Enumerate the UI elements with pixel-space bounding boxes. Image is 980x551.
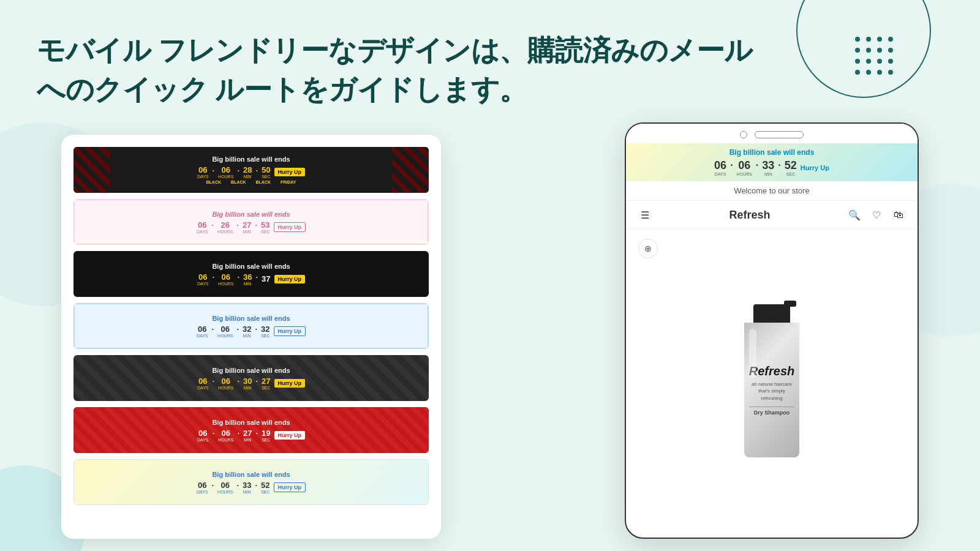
phone-mockup: Big billion sale will ends 06 DAYS · 06 … — [625, 122, 919, 539]
cart-icon[interactable]: 🛍 — [892, 208, 905, 222]
phone-banner-timer: 06 DAYS · 06 HOURS · 33 MIN · 52 — [633, 159, 910, 176]
banner-5-title: Big billion sale will ends — [212, 367, 290, 374]
product-can: Refresh all natural haircarethat's simpl… — [735, 304, 809, 463]
banner-6-title: Big billion sale will ends — [212, 419, 290, 426]
banner-6[interactable]: Big billion sale will ends 06DAYS · 06HO… — [74, 407, 429, 453]
zoom-button[interactable]: ⊕ — [638, 239, 658, 258]
phone-camera — [740, 131, 747, 138]
banner-1[interactable]: Big billion sale will ends 06DAYS · 06HO… — [74, 147, 429, 193]
phone-banner-title: Big billion sale will ends — [633, 148, 910, 157]
phone-welcome: Welcome to our store — [626, 181, 918, 201]
dot-grid — [855, 37, 894, 76]
phone-frame: Big billion sale will ends 06 DAYS · 06 … — [625, 122, 919, 539]
phone-speaker — [755, 131, 804, 138]
can-body: Refresh all natural haircarethat's simpl… — [744, 323, 799, 457]
banner-4[interactable]: Big billion sale will ends 06DAYS · 06HO… — [74, 303, 429, 349]
banner-5[interactable]: Big billion sale will ends 06DAYS · 06HO… — [74, 355, 429, 401]
can-shine — [749, 329, 756, 378]
header-section: モバイル フレンドリーなデザインは、購読済みのメール へのクイック ルートをガイ… — [37, 31, 753, 110]
search-icon[interactable]: 🔍 — [848, 208, 861, 222]
phone-top-bar — [626, 124, 918, 143]
can-nozzle — [784, 301, 796, 307]
phone-nav: ☰ Refresh 🔍 ♡ 🛍 — [626, 201, 918, 230]
banner-7[interactable]: Big billion sale will ends 06DAYS · 06HO… — [74, 459, 429, 505]
banner-3-title: Big billion sale will ends — [212, 263, 290, 270]
store-name: Refresh — [729, 209, 770, 222]
can-sub-text: all natural haircarethat's simply refres… — [749, 381, 794, 402]
phone-product-area: ⊕ Refresh all natural haircarethat's sim… — [626, 230, 918, 538]
nav-icons: 🔍 ♡ 🛍 — [848, 208, 905, 222]
email-templates-panel: Big billion sale will ends 06DAYS · 06HO… — [61, 135, 441, 539]
phone-content: Big billion sale will ends 06 DAYS · 06 … — [626, 143, 918, 538]
banner-2[interactable]: Big billion sale will ends 06days · 26ho… — [74, 199, 429, 245]
menu-icon[interactable]: ☰ — [638, 208, 652, 222]
banner-4-title: Big billion sale will ends — [212, 315, 290, 322]
can-product-type: Dry Shampoo — [749, 407, 794, 416]
page-title: モバイル フレンドリーなデザインは、購読済みのメール へのクイック ルートをガイ… — [37, 31, 753, 110]
phone-hurry-btn[interactable]: Hurry Up — [801, 164, 829, 171]
can-cap — [753, 304, 790, 323]
phone-banner: Big billion sale will ends 06 DAYS · 06 … — [626, 143, 918, 181]
wishlist-icon[interactable]: ♡ — [870, 208, 883, 222]
banner-7-title: Big billion sale will ends — [212, 471, 290, 478]
banner-1-title: Big billion sale will ends — [212, 156, 290, 163]
banner-3[interactable]: Big billion sale will ends 06DAYS · 06HO… — [74, 251, 429, 297]
banner-2-title: Big billion sale will ends — [212, 211, 290, 218]
